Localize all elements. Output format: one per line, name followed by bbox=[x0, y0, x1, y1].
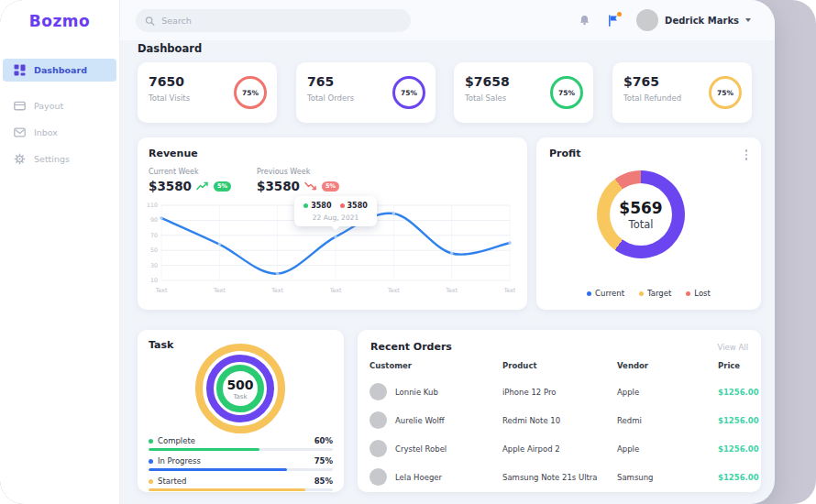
y-axis-tick: 90 bbox=[150, 216, 158, 223]
task-dot bbox=[149, 459, 153, 464]
y-axis-tick: 110 bbox=[147, 202, 158, 208]
sidebar-item-settings[interactable]: Settings bbox=[3, 148, 116, 170]
product-name: Apple Airpod 2 bbox=[502, 444, 560, 454]
customer-name: Lela Hoeger bbox=[395, 473, 442, 482]
data-point bbox=[450, 252, 453, 255]
task-dot bbox=[149, 439, 153, 444]
task-progress-list: Complete60%In Progress75%Started85% bbox=[149, 436, 333, 497]
inbox-icon bbox=[14, 126, 26, 138]
change-badge-up: 5% bbox=[214, 181, 231, 192]
x-axis-label: Text bbox=[155, 287, 168, 293]
stat-card-total-refunded: $765 Total Refunded 75% bbox=[612, 62, 752, 123]
sidebar-item-payout[interactable]: Payout bbox=[3, 94, 116, 117]
price-value: $1256.00 bbox=[718, 388, 759, 397]
customer-name: Lonnie Kub bbox=[395, 388, 438, 397]
customer-avatar bbox=[369, 383, 387, 400]
price-value: $1256.00 bbox=[718, 444, 759, 454]
page-title: Dashboard bbox=[138, 42, 202, 55]
progress-track bbox=[149, 468, 333, 471]
table-row[interactable]: Lonnie KubiPhone 12 ProApple$1256.00 bbox=[358, 378, 761, 406]
data-point bbox=[160, 216, 162, 219]
task-label: Started bbox=[158, 477, 186, 486]
vendor-name: Apple bbox=[617, 388, 639, 397]
recent-orders-card: Recent Orders View All Customer Product … bbox=[358, 330, 761, 492]
column-vendor: Vendor bbox=[617, 361, 648, 370]
product-name: Samsung Note 21s Ultra bbox=[502, 473, 598, 482]
change-badge-down: 5% bbox=[322, 181, 339, 192]
search-bar bbox=[136, 9, 411, 32]
task-total-value: 500 bbox=[226, 378, 253, 392]
trend-up-icon bbox=[196, 181, 209, 191]
app-logo: Bozmo bbox=[0, 12, 119, 30]
revenue-title: Revenue bbox=[149, 148, 516, 159]
sidebar-item-inbox[interactable]: Inbox bbox=[3, 121, 116, 144]
window-backdrop: Bozmo Dashboard Payout bbox=[0, 0, 816, 504]
current-week-label: Current Week bbox=[149, 168, 231, 176]
sidebar-item-dashboard[interactable]: Dashboard bbox=[3, 59, 116, 82]
table-row[interactable]: Aurelie WolffRedmi Note 10Redmi$1256.00 bbox=[358, 406, 761, 434]
x-axis-label: Text bbox=[270, 287, 283, 293]
profit-total-value: $569 bbox=[619, 199, 662, 217]
progress-fill bbox=[149, 488, 305, 491]
profit-total-label: Total bbox=[629, 218, 654, 231]
legend-item: Target bbox=[639, 289, 671, 298]
notification-dot bbox=[617, 12, 622, 16]
data-point bbox=[334, 236, 336, 238]
sidebar-item-label: Settings bbox=[34, 154, 70, 164]
task-progress-row: In Progress75% bbox=[149, 456, 333, 471]
view-all-link[interactable]: View All bbox=[718, 343, 748, 352]
stat-card-total-visits: 7650 Total Visits 75% bbox=[138, 62, 277, 123]
profit-legend: CurrentTargetLost bbox=[536, 289, 761, 298]
user-menu[interactable]: Dedrick Marks bbox=[636, 9, 751, 31]
avatar bbox=[636, 9, 658, 31]
y-axis-tick: 50 bbox=[150, 247, 158, 253]
progress-fill bbox=[149, 468, 287, 471]
stat-card-total-sales: $7658 Total Sales 75% bbox=[454, 62, 593, 123]
flag-icon[interactable] bbox=[607, 14, 621, 27]
progress-fill bbox=[149, 448, 259, 451]
vendor-name: Apple bbox=[617, 444, 639, 454]
column-price: Price bbox=[718, 361, 740, 370]
sidebar: Bozmo Dashboard Payout bbox=[0, 0, 120, 504]
tooltip-entry: 3580 bbox=[303, 202, 331, 210]
stat-percent-ring: 75% bbox=[392, 76, 425, 109]
y-axis-tick: 70 bbox=[150, 232, 158, 238]
tooltip-dot bbox=[303, 203, 308, 208]
task-percent: 60% bbox=[314, 436, 333, 445]
user-name: Dedrick Marks bbox=[665, 16, 739, 26]
task-label: Complete bbox=[158, 436, 195, 445]
product-name: Redmi Note 10 bbox=[502, 416, 560, 425]
revenue-card: Revenue Current Week $3580 5% Previous W… bbox=[138, 137, 527, 310]
table-row[interactable]: Lela HoegerSamsung Note 21s UltraSamsung… bbox=[358, 463, 761, 491]
previous-week-block: Previous Week $3580 5% bbox=[257, 168, 339, 193]
data-point bbox=[508, 241, 511, 244]
topbar-actions: Dedrick Marks bbox=[578, 0, 751, 40]
chart-tooltip: 35803580 22 Aug, 2021 bbox=[294, 196, 377, 226]
legend-item: Lost bbox=[686, 289, 711, 298]
stat-percent-ring: 75% bbox=[234, 76, 267, 109]
main-area: Dedrick Marks Dashboard 7650 Total Visit… bbox=[120, 0, 775, 504]
price-value: $1256.00 bbox=[718, 473, 759, 482]
kebab-menu-icon[interactable] bbox=[744, 148, 750, 162]
task-rings-center: 500 Task bbox=[223, 371, 258, 406]
profit-card: Profit $569 Total CurrentTargetLost bbox=[536, 137, 761, 310]
trend-down-icon bbox=[304, 181, 317, 191]
table-row[interactable]: Crystel RobelApple Airpod 2Apple$1256.00 bbox=[358, 434, 761, 463]
profit-donut-chart: $569 Total bbox=[597, 170, 685, 258]
legend-item: Current bbox=[587, 289, 624, 298]
task-progress-row: Started85% bbox=[149, 477, 333, 491]
sidebar-item-label: Dashboard bbox=[34, 65, 87, 75]
vendor-name: Redmi bbox=[617, 416, 642, 425]
current-week-value: $3580 bbox=[149, 179, 192, 193]
screenshot-stage: Bozmo Dashboard Payout bbox=[0, 0, 816, 504]
data-point bbox=[392, 212, 395, 214]
task-total-label: Task bbox=[233, 393, 247, 400]
sidebar-item-label: Inbox bbox=[34, 127, 58, 137]
bell-icon[interactable] bbox=[578, 14, 591, 27]
x-axis-label: Text bbox=[445, 287, 458, 293]
task-label: In Progress bbox=[158, 456, 201, 466]
customer-avatar bbox=[369, 411, 387, 429]
app-window: Bozmo Dashboard Payout bbox=[0, 0, 775, 504]
product-name: iPhone 12 Pro bbox=[502, 388, 556, 397]
search-input[interactable] bbox=[161, 16, 402, 26]
